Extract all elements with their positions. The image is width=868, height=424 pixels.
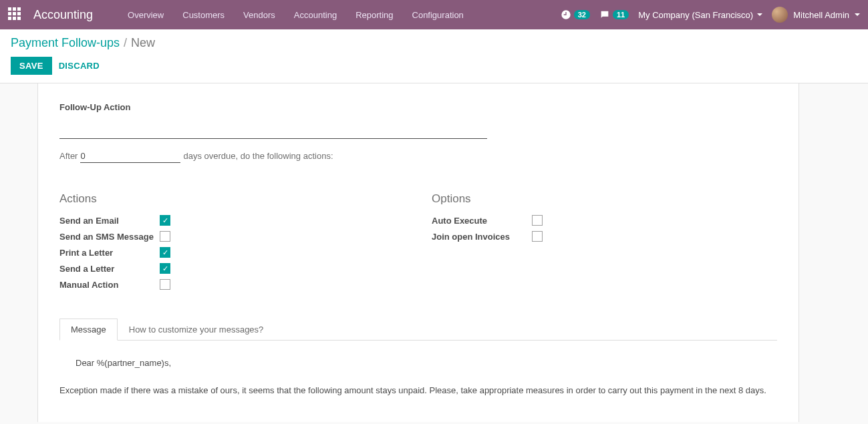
- after-suffix: days overdue, do the following actions:: [183, 151, 333, 161]
- checkbox-send-sms[interactable]: [160, 231, 170, 242]
- actions-header: Actions: [59, 192, 405, 206]
- form-buttons: SAVE DISCARD: [11, 57, 857, 75]
- action-label: Print a Letter: [59, 248, 160, 258]
- form-sheet: Follow-Up Action After days overdue, do …: [37, 83, 799, 422]
- days-input[interactable]: [80, 151, 180, 163]
- actions-group: Actions Send an Email Send an SMS Messag…: [59, 192, 405, 295]
- menu-reporting[interactable]: Reporting: [347, 0, 401, 29]
- after-days-row: After days overdue, do the following act…: [59, 151, 777, 163]
- apps-icon[interactable]: [8, 7, 23, 22]
- tab-message[interactable]: Message: [59, 319, 118, 341]
- chat-icon: [599, 9, 610, 20]
- tab-message-body[interactable]: Dear %(partner_name)s, Exception made if…: [59, 341, 777, 398]
- action-manual-row: Manual Action: [59, 279, 405, 290]
- discard-button[interactable]: DISCARD: [59, 61, 100, 71]
- company-switcher[interactable]: My Company (San Francisco): [638, 10, 762, 20]
- followup-action-input[interactable]: [59, 120, 487, 139]
- action-print-letter-row: Print a Letter: [59, 247, 405, 258]
- action-label: Send a Letter: [59, 264, 160, 274]
- save-button[interactable]: SAVE: [11, 57, 52, 75]
- breadcrumb-parent[interactable]: Payment Follow-ups: [11, 36, 120, 50]
- company-name: My Company (San Francisco): [638, 10, 753, 20]
- checkbox-send-letter[interactable]: [160, 263, 170, 274]
- user-menu[interactable]: Mitchell Admin: [772, 7, 860, 23]
- menu-vendors[interactable]: Vendors: [235, 0, 283, 29]
- discuss-badge: 11: [613, 10, 629, 19]
- action-send-sms-row: Send an SMS Message: [59, 231, 405, 242]
- content-scroll[interactable]: Follow-Up Action After days overdue, do …: [0, 83, 868, 422]
- caret-down-icon: [757, 13, 762, 16]
- option-label: Join open Invoices: [432, 232, 532, 242]
- checkbox-auto-execute[interactable]: [532, 215, 543, 226]
- top-navbar: Accounting Overview Customers Vendors Ac…: [0, 0, 868, 29]
- option-label: Auto Execute: [432, 216, 532, 226]
- breadcrumb: Payment Follow-ups / New: [11, 36, 857, 50]
- checkbox-join-open-invoices[interactable]: [532, 231, 543, 242]
- clock-icon: [561, 9, 571, 20]
- control-panel: Payment Follow-ups / New SAVE DISCARD: [0, 29, 868, 83]
- tab-how-to-customize[interactable]: How to customize your messages?: [118, 319, 275, 341]
- message-salutation: Dear %(partner_name)s,: [76, 357, 777, 371]
- after-prefix: After: [59, 151, 78, 161]
- breadcrumb-separator: /: [124, 36, 127, 50]
- action-send-letter-row: Send a Letter: [59, 263, 405, 274]
- option-auto-execute-row: Auto Execute: [432, 215, 777, 226]
- discuss-indicator[interactable]: 11: [599, 9, 629, 20]
- activity-indicator[interactable]: 32: [561, 9, 590, 20]
- breadcrumb-current: New: [131, 36, 155, 50]
- avatar: [772, 7, 788, 23]
- menu-configuration[interactable]: Configuration: [404, 0, 472, 29]
- notebook-tabs: Message How to customize your messages?: [59, 318, 777, 341]
- checkbox-send-email[interactable]: [160, 215, 170, 226]
- message-body: Exception made if there was a mistake of…: [59, 384, 777, 398]
- followup-action-label: Follow-Up Action: [59, 102, 777, 112]
- option-join-invoices-row: Join open Invoices: [432, 231, 777, 242]
- checkbox-print-letter[interactable]: [160, 247, 170, 258]
- user-name: Mitchell Admin: [793, 10, 849, 20]
- menu-accounting[interactable]: Accounting: [286, 0, 345, 29]
- action-send-email-row: Send an Email: [59, 215, 405, 226]
- action-label: Send an SMS Message: [59, 232, 160, 242]
- action-label: Manual Action: [59, 280, 160, 290]
- options-header: Options: [432, 192, 777, 206]
- caret-down-icon: [855, 13, 860, 16]
- main-menu: Overview Customers Vendors Accounting Re…: [120, 0, 472, 29]
- options-group: Options Auto Execute Join open Invoices: [432, 192, 777, 295]
- activity-badge: 32: [574, 10, 590, 19]
- systray: 32 11 My Company (San Francisco) Mitchel…: [561, 7, 860, 23]
- app-brand[interactable]: Accounting: [33, 8, 93, 22]
- menu-overview[interactable]: Overview: [120, 0, 172, 29]
- menu-customers[interactable]: Customers: [174, 0, 233, 29]
- action-label: Send an Email: [59, 216, 160, 226]
- checkbox-manual-action[interactable]: [160, 279, 170, 290]
